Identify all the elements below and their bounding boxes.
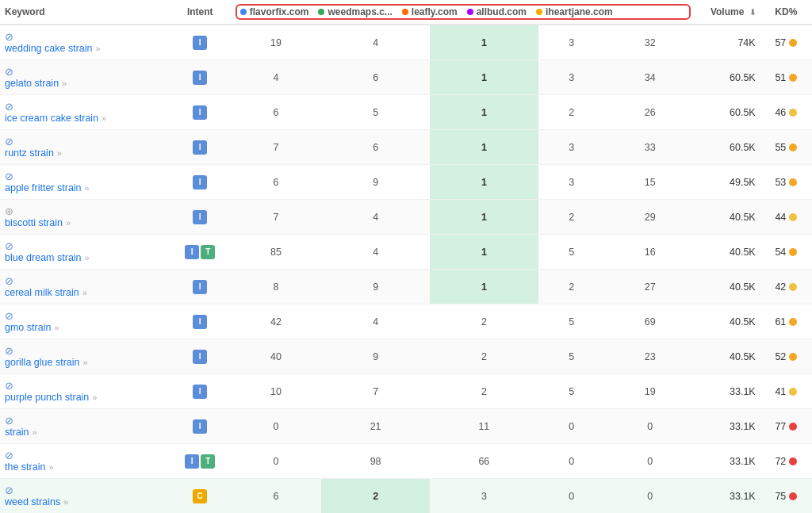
domain1-cell: 85 [231, 235, 321, 270]
table-row: ⊘gmo strain »I424256940.5K61 [0, 304, 812, 339]
keyword-cell: ⊕biscotti strain » [0, 200, 170, 235]
kd-cell: 46 [760, 95, 812, 130]
intent-badge-i: I [193, 315, 207, 329]
domain3-cell: 1 [430, 25, 538, 60]
chevron-icon: » [63, 497, 68, 507]
kd-wrapper: 51 [775, 72, 797, 83]
highlighted-value: 1 [477, 245, 492, 259]
keyword-table: Keyword Intent flavorfix.com weedmaps.c.… [0, 0, 812, 513]
domain1-cell: 8 [231, 270, 321, 304]
kd-dot [789, 283, 797, 291]
intent-badge-i: I [193, 419, 207, 434]
kd-wrapper: 46 [775, 107, 797, 118]
kd-cell: 61 [760, 304, 812, 339]
intent-cell: I [170, 339, 231, 374]
kd-value: 54 [775, 247, 786, 258]
keyword-link[interactable]: purple punch strain » [5, 392, 165, 403]
th-kd[interactable]: KD% [760, 0, 812, 25]
domain3-cell: 2 [430, 304, 538, 339]
highlighted-value: 1 [477, 140, 492, 155]
domain4-cell: 3 [538, 25, 605, 60]
th-domains: flavorfix.com weedmaps.c... leafly.com [231, 0, 695, 25]
domain3-cell: 1 [430, 95, 538, 130]
keyword-link[interactable]: wedding cake strain » [5, 43, 165, 54]
keyword-link[interactable]: blue dream strain » [5, 252, 165, 263]
keyword-cell: ⊘runtz strain » [0, 130, 170, 165]
domain4-label: allbud.com [477, 6, 527, 17]
kd-wrapper: 44 [775, 212, 797, 223]
domain5-cell: 34 [605, 60, 696, 95]
domain2-cell: 2 [321, 479, 430, 514]
domain4-cell: 3 [538, 60, 605, 95]
volume-cell: 40.5K [695, 235, 760, 270]
intent-badge-i: I [193, 105, 207, 120]
keyword-link[interactable]: weed strains » [5, 496, 165, 507]
domain4-cell: 5 [538, 339, 605, 374]
th-intent[interactable]: Intent [170, 0, 231, 25]
verified-icon: ⊘ [5, 450, 13, 461]
kd-cell: 42 [760, 270, 812, 304]
keyword-link[interactable]: ice cream cake strain » [5, 113, 165, 124]
table-row: ⊘strain »I021110033.1K77 [0, 409, 812, 444]
highlighted-value: 2 [368, 489, 383, 503]
domain2-cell: 6 [321, 130, 430, 165]
intent-badge-i: I [193, 71, 207, 85]
domain2-label: weedmaps.c... [327, 6, 392, 17]
chevron-icon: » [102, 113, 106, 123]
verified-icon: ⊘ [5, 275, 13, 287]
th-volume[interactable]: Volume ⬇ [695, 0, 760, 25]
table-row: ⊕biscotti strain »I74122940.5K44 [0, 200, 812, 235]
volume-cell: 33.1K [695, 374, 760, 409]
keyword-cell: ⊘strain » [0, 409, 170, 444]
keyword-link[interactable]: gmo strain » [5, 322, 165, 333]
th-keyword[interactable]: Keyword [0, 0, 170, 25]
intent-badge-i: I [185, 454, 199, 469]
keyword-link[interactable]: apple fritter strain » [5, 182, 165, 193]
intent-badge-i: I [193, 280, 207, 294]
verified-icon: ⊘ [5, 310, 13, 322]
domain1-dot [240, 9, 247, 15]
domain4-cell: 0 [538, 479, 605, 514]
kd-value: 53 [775, 177, 786, 188]
domain4-cell: 2 [538, 95, 605, 130]
keyword-link[interactable]: biscotti strain » [5, 217, 165, 228]
kd-value: 44 [775, 212, 786, 223]
domain3-cell: 3 [430, 479, 538, 514]
domain5-cell: 0 [605, 444, 696, 479]
keyword-cell: ⊘blue dream strain » [0, 235, 170, 270]
keyword-link[interactable]: gelato strain » [5, 78, 165, 89]
volume-cell: 40.5K [695, 339, 760, 374]
volume-sort-icon: ⬇ [749, 8, 756, 17]
domain3-label: leafly.com [412, 6, 458, 17]
kd-cell: 57 [760, 25, 812, 60]
kd-value: 72 [775, 456, 786, 467]
keyword-link[interactable]: cereal milk strain » [5, 287, 165, 298]
kd-dot [789, 353, 797, 361]
domain3-header: leafly.com [402, 6, 458, 17]
domain5-cell: 69 [605, 304, 696, 339]
kd-wrapper: 55 [775, 142, 797, 153]
keyword-cell: ⊘wedding cake strain » [0, 25, 170, 60]
domain2-cell: 9 [321, 270, 430, 304]
domain5-cell: 23 [605, 339, 696, 374]
keyword-link[interactable]: runtz strain » [5, 147, 165, 159]
keyword-cell: ⊘ice cream cake strain » [0, 95, 170, 130]
highlighted-value: 1 [477, 210, 492, 224]
keyword-link[interactable]: gorilla glue strain » [5, 357, 165, 368]
domain1-cell: 7 [231, 200, 321, 235]
keyword-link[interactable]: strain » [5, 427, 165, 438]
kd-dot [789, 318, 797, 326]
kd-value: 46 [775, 107, 786, 118]
kd-cell: 54 [760, 235, 812, 270]
table-row: ⊘wedding cake strain »I194133274K57 [0, 25, 812, 60]
domain5-header: iheartjane.com [536, 6, 613, 17]
kd-dot [789, 492, 797, 500]
volume-cell: 60.5K [695, 60, 760, 95]
domains-header-wrapper: flavorfix.com weedmaps.c... leafly.com [236, 4, 691, 20]
kd-cell: 72 [760, 444, 812, 479]
kd-wrapper: 72 [775, 456, 797, 467]
domain1-cell: 4 [231, 60, 321, 95]
table-row: ⊘runtz strain »I76133360.5K55 [0, 130, 812, 165]
keyword-link[interactable]: the strain » [5, 461, 165, 473]
intent-cell: C [170, 479, 231, 514]
